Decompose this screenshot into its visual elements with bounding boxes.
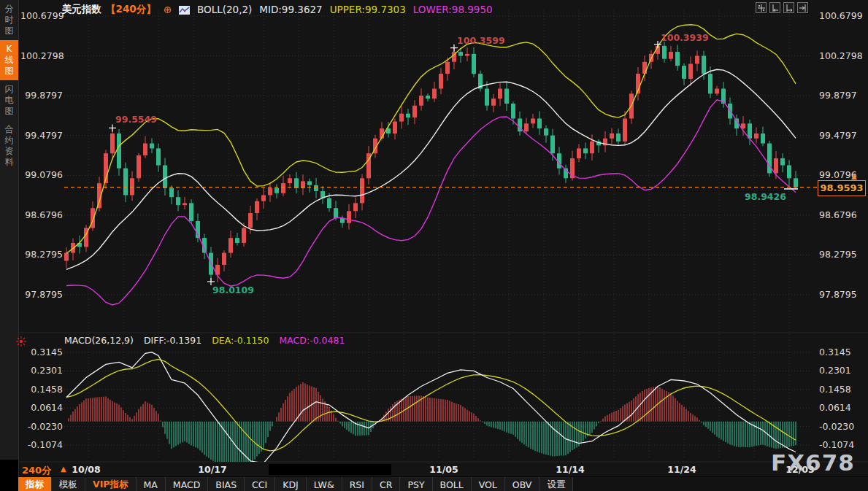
boll-upper-value: UPPER:99.7303 [330, 4, 406, 15]
main-y-label-right: 99.0796 [819, 169, 866, 180]
toolbar-item-BIAS[interactable]: BIAS [208, 477, 245, 491]
main-y-label-left: 99.0796 [20, 169, 63, 180]
main-y-label-left: 100.6799 [20, 10, 63, 21]
kline-mini-icon [179, 5, 190, 14]
macd-y-label-left: 0.3145 [20, 347, 63, 357]
macd-dea-value: DEA:-0.1150 [212, 335, 269, 346]
macd-y-label-left: 0.2301 [20, 365, 63, 376]
macd-y-label-right: 0.2301 [819, 365, 866, 376]
sidebar-tab-合约资料[interactable]: 合约资料 [0, 120, 18, 171]
main-y-label-right: 100.6799 [819, 10, 866, 21]
toolbar-item-VIP指标[interactable]: VIP指标 [85, 477, 137, 491]
main-y-label-left: 97.8795 [20, 289, 63, 300]
sidebar-tab-分时图[interactable]: 分时图 [0, 0, 18, 40]
date-label: 10/17 [198, 464, 226, 475]
macd-y-label-right: -0.0230 [819, 421, 866, 432]
period-label[interactable]: 240分 [22, 464, 51, 477]
crosshair-icon[interactable] [756, 2, 767, 13]
macd-y-label-left: -0.1074 [20, 439, 63, 450]
main-y-label-right: 99.8797 [819, 90, 866, 101]
price-annotation: 98.0109 [212, 285, 254, 295]
main-y-label-right: 98.6796 [819, 209, 866, 220]
date-label: 11/14 [556, 464, 584, 475]
toolbar-item-BOLL[interactable]: BOLL [433, 477, 472, 491]
macd-y-label-left: -0.0230 [20, 421, 63, 432]
bottom-indicator-toolbar: 指标模板VIP指标MAMACDBIASCCIKDJLW&RSICRPSYBOLL… [18, 476, 868, 491]
macd-diff-value: DIFF:-0.1391 [144, 335, 201, 346]
date-label: 11/05 [429, 464, 458, 475]
macd-panel-settings-icon[interactable] [16, 336, 26, 346]
time-axis-row: 240分 ▲ 10/0810/1711/0511/1411/2412/03 [18, 462, 868, 476]
sidebar-tab-闪电图[interactable]: 闪电图 [0, 80, 18, 120]
toolbar-item-PSY[interactable]: PSY [400, 477, 432, 491]
watermark: FX678 [771, 449, 855, 476]
main-y-label-left: 98.2795 [20, 249, 63, 260]
last-price-box: 98.9593 [818, 180, 866, 196]
price-annotation: 100.3939 [661, 32, 709, 43]
symbol-name: 美元指数 [62, 3, 101, 16]
toolbar-filler [573, 477, 868, 491]
indicator-name: BOLL(20,2) [197, 4, 252, 15]
macd-y-label-right: 0.3145 [819, 347, 866, 357]
toolbar-item-MACD[interactable]: MACD [166, 477, 208, 491]
toolbar-item-模板[interactable]: 模板 [52, 477, 85, 491]
main-y-label-left: 98.6796 [20, 209, 63, 220]
toolbar-item-OBV[interactable]: OBV [505, 477, 540, 491]
macd-indicator-name: MACD(26,12,9) [64, 335, 134, 346]
date-label: 10/08 [72, 464, 100, 475]
toolbar-item-KDJ[interactable]: KDJ [275, 477, 307, 491]
main-y-label-left: 99.8797 [20, 90, 63, 101]
macd-header: MACD(26,12,9) DIFF:-0.1391 DEA:-0.1150 M… [64, 335, 345, 346]
toolbar-item-设置[interactable]: 设置 [539, 477, 573, 491]
date-label: 11/24 [667, 464, 696, 475]
add-circle-icon[interactable]: ⊕ [164, 4, 172, 15]
main-y-label-right: 100.2798 [819, 50, 866, 61]
fit-axis-left-icon[interactable] [769, 2, 780, 13]
main-y-label-right: 99.4797 [819, 130, 866, 141]
toolbar-item-MA[interactable]: MA [137, 477, 166, 491]
toolbar-item-CCI[interactable]: CCI [245, 477, 275, 491]
toolbar-item-LW&[interactable]: LW& [307, 477, 342, 491]
main-y-label-left: 100.2798 [20, 50, 63, 61]
left-sidebar: 分时图K线图闪电图合约资料 [0, 0, 19, 491]
chart-window: 分时图K线图闪电图合约资料 美元指数 【240分】 ⊕ BOLL(20,2) M… [0, 0, 868, 491]
main-y-label-left: 99.4797 [20, 130, 63, 141]
price-annotation: 100.3599 [457, 35, 505, 46]
macd-y-label-left: 0.0614 [20, 402, 63, 413]
main-y-label-right: 97.8795 [819, 289, 866, 300]
macd-y-label-right: 0.0614 [819, 402, 866, 413]
fit-axis-right-icon[interactable] [783, 2, 794, 13]
xaxis-black-box [269, 464, 391, 475]
boll-lower-value: LOWER:98.9950 [413, 4, 493, 15]
macd-y-label-left: 0.1458 [20, 384, 63, 395]
sidebar-tab-K线图[interactable]: K线图 [0, 40, 18, 80]
main-y-label-right: 98.2795 [819, 249, 866, 260]
window-control-icons [756, 2, 808, 13]
boll-mid-value: MID:99.3627 [259, 4, 322, 15]
chart-canvas[interactable] [0, 0, 868, 491]
period-tag: 【240分】 [106, 3, 156, 16]
macd-macd-value: MACD:-0.0481 [279, 335, 345, 346]
chart-info-bar: 美元指数 【240分】 ⊕ BOLL(20,2) MID:99.3627 UPP… [62, 3, 493, 16]
toolbar-item-指标[interactable]: 指标 [18, 477, 52, 491]
macd-y-label-right: 0.1458 [819, 384, 866, 395]
price-annotation: 98.9426 [745, 191, 786, 202]
toolbar-item-VOL[interactable]: VOL [472, 477, 505, 491]
price-up-arrow-icon: ▲ [851, 172, 857, 180]
toolbar-item-RSI[interactable]: RSI [342, 477, 372, 491]
macd-y-label-right: -0.1074 [819, 439, 866, 450]
shift-right-icon[interactable] [797, 2, 808, 13]
sidebar-bottom-corner [0, 460, 18, 491]
period-expand-arrow-icon[interactable]: ▲ [61, 465, 66, 473]
toolbar-item-CR[interactable]: CR [372, 477, 400, 491]
price-annotation: 99.5549 [115, 114, 157, 125]
